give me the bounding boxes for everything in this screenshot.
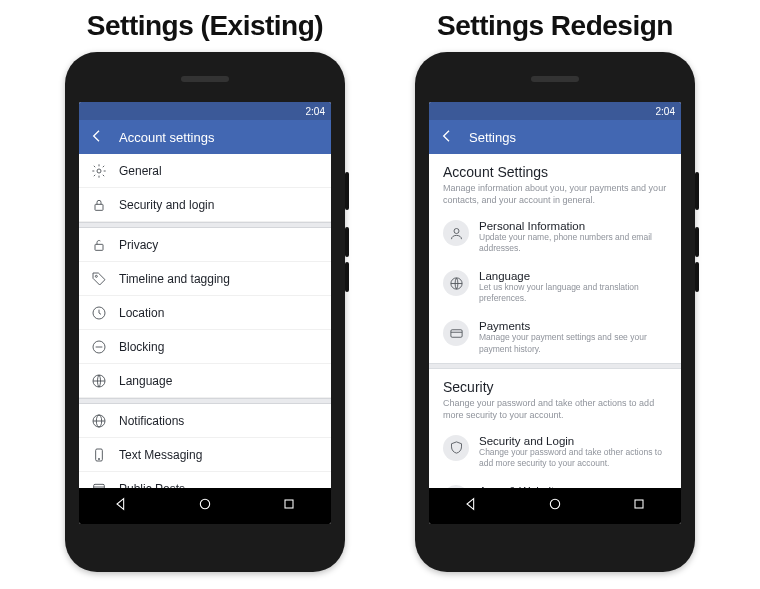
public-posts-icon xyxy=(91,481,107,489)
status-time: 2:04 xyxy=(656,106,675,117)
globe-outline-icon xyxy=(91,413,107,429)
row-label: Notifications xyxy=(119,414,184,428)
row-location[interactable]: Location xyxy=(79,296,331,330)
tag-icon xyxy=(91,271,107,287)
nav-back-icon[interactable] xyxy=(463,496,479,516)
gear-icon xyxy=(91,163,107,179)
person-icon xyxy=(443,220,469,246)
phone-frame-right: 2:04 Settings Account Settings Manage in… xyxy=(415,52,695,572)
row-security-login[interactable]: Security and login xyxy=(79,188,331,222)
row-label: Blocking xyxy=(119,340,164,354)
android-navbar xyxy=(429,488,681,524)
svg-rect-3 xyxy=(95,204,103,210)
item-title: Personal Information xyxy=(479,220,667,232)
nav-recent-icon[interactable] xyxy=(281,496,297,516)
item-language[interactable]: Language Let us know your language and t… xyxy=(429,262,681,312)
row-language[interactable]: Language xyxy=(79,364,331,398)
shield-icon xyxy=(443,435,469,461)
android-navbar xyxy=(79,488,331,524)
row-label: Privacy xyxy=(119,238,158,252)
item-title: Language xyxy=(479,270,667,282)
status-bar: 2:04 xyxy=(429,102,681,120)
item-title: Payments xyxy=(479,320,667,332)
credit-card-icon xyxy=(443,320,469,346)
nav-home-icon[interactable] xyxy=(197,496,213,516)
status-time: 2:04 xyxy=(306,106,325,117)
row-label: Timeline and tagging xyxy=(119,272,230,286)
item-payments[interactable]: Payments Manage your payment settings an… xyxy=(429,312,681,362)
phone-icon xyxy=(91,447,107,463)
nav-back-icon[interactable] xyxy=(113,496,129,516)
app-header: Account settings xyxy=(79,120,331,154)
row-label: Text Messaging xyxy=(119,448,202,462)
phone-frame-left: 2:04 Account settings General xyxy=(65,52,345,572)
item-title: Security and Login xyxy=(479,435,667,447)
section-title: Account Settings xyxy=(443,164,667,180)
svg-point-5 xyxy=(95,275,97,277)
globe-icon xyxy=(443,270,469,296)
svg-point-12 xyxy=(98,458,99,459)
row-text-messaging[interactable]: Text Messaging xyxy=(79,438,331,472)
row-timeline-tagging[interactable]: Timeline and tagging xyxy=(79,262,331,296)
item-subtitle: Change your password and take other acti… xyxy=(479,447,667,469)
svg-point-18 xyxy=(454,228,459,233)
nav-home-icon[interactable] xyxy=(547,496,563,516)
row-label: General xyxy=(119,164,162,178)
section-subtitle: Manage information about you, your payme… xyxy=(443,182,667,206)
status-bar: 2:04 xyxy=(79,102,331,120)
svg-rect-20 xyxy=(450,330,461,338)
blocking-icon xyxy=(91,339,107,355)
svg-rect-15 xyxy=(285,500,293,508)
item-security-login[interactable]: Security and Login Change your password … xyxy=(429,427,681,477)
lock-icon xyxy=(91,197,107,213)
section-security: Security Change your password and take o… xyxy=(429,369,681,427)
settings-list: General Security and login Privacy xyxy=(79,154,331,488)
header-title: Settings xyxy=(469,130,516,145)
padlock-open-icon xyxy=(91,237,107,253)
svg-rect-26 xyxy=(635,500,643,508)
row-label: Location xyxy=(119,306,164,320)
header-title: Account settings xyxy=(119,130,214,145)
svg-point-14 xyxy=(200,499,209,508)
settings-redesign-content: Account Settings Manage information abou… xyxy=(429,154,681,488)
section-account-settings: Account Settings Manage information abou… xyxy=(429,154,681,212)
item-personal-information[interactable]: Personal Information Update your name, p… xyxy=(429,212,681,262)
row-general[interactable]: General xyxy=(79,154,331,188)
section-subtitle: Change your password and take other acti… xyxy=(443,397,667,421)
item-apps-websites[interactable]: Apps & Websites xyxy=(429,477,681,488)
globe-icon xyxy=(91,373,107,389)
back-arrow-icon[interactable] xyxy=(89,128,105,147)
row-blocking[interactable]: Blocking xyxy=(79,330,331,364)
row-label: Language xyxy=(119,374,172,388)
location-pin-icon xyxy=(91,305,107,321)
svg-point-2 xyxy=(97,169,101,173)
item-subtitle: Let us know your language and translatio… xyxy=(479,282,667,304)
svg-point-25 xyxy=(550,499,559,508)
row-public-posts[interactable]: Public Posts xyxy=(79,472,331,488)
row-label: Security and login xyxy=(119,198,214,212)
section-title: Security xyxy=(443,379,667,395)
nav-recent-icon[interactable] xyxy=(631,496,647,516)
heading-redesign: Settings Redesign xyxy=(437,10,673,42)
row-privacy[interactable]: Privacy xyxy=(79,228,331,262)
back-arrow-icon[interactable] xyxy=(439,128,455,147)
app-header: Settings xyxy=(429,120,681,154)
row-notifications[interactable]: Notifications xyxy=(79,404,331,438)
heading-existing: Settings (Existing) xyxy=(87,10,323,42)
item-subtitle: Update your name, phone numbers and emai… xyxy=(479,232,667,254)
svg-rect-4 xyxy=(95,244,103,250)
item-subtitle: Manage your payment settings and see you… xyxy=(479,332,667,354)
